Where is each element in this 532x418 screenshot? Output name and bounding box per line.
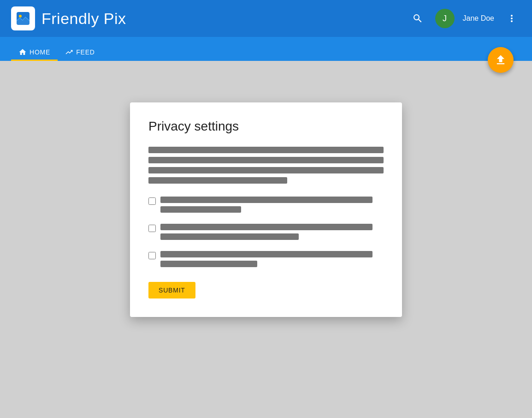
cb3-line2 [160,261,257,267]
user-name: Jane Doe [463,14,495,23]
cb2-line2 [160,233,299,240]
checkbox-3-text [160,251,372,267]
cb2-line1 [160,224,372,230]
top-bar: Friendly Pix J Jane Doe [0,0,532,37]
desc-line-1 [148,147,384,153]
checkbox-1[interactable] [148,197,156,205]
nav-tab-feed[interactable]: FEED [58,48,102,61]
cb1-line1 [160,197,372,203]
upload-fab[interactable] [488,47,514,73]
home-tab-label: HOME [30,48,50,56]
nav-tab-home[interactable]: HOME [11,48,58,61]
cb3-line1 [160,251,372,257]
secondary-nav: HOME FEED [0,37,532,61]
feed-tab-label: FEED [76,48,95,56]
desc-line-2 [148,157,384,163]
checkbox-2[interactable] [148,225,156,232]
brand: Friendly Pix [11,6,126,30]
checkbox-3[interactable] [148,252,156,259]
desc-line-4 [148,177,287,184]
dialog-description [148,147,384,184]
cb1-line2 [160,206,241,213]
checkbox-option-2 [148,224,384,240]
dialog-title: Privacy settings [148,119,384,134]
more-menu-button[interactable] [502,9,521,28]
submit-button[interactable]: SUBMIT [148,282,195,299]
top-bar-right: J Jane Doe [408,9,521,28]
checkbox-1-text [160,197,372,213]
app-title: Friendly Pix [41,10,126,28]
search-button[interactable] [408,9,427,28]
desc-line-3 [148,167,384,173]
checkbox-option-3 [148,251,384,267]
logo-icon [11,6,35,30]
avatar: J [435,9,455,28]
privacy-settings-dialog: Privacy settings [130,102,402,317]
svg-point-1 [19,15,22,18]
checkbox-2-text [160,224,372,240]
main-content: Privacy settings [0,61,532,418]
checkbox-option-1 [148,197,384,213]
